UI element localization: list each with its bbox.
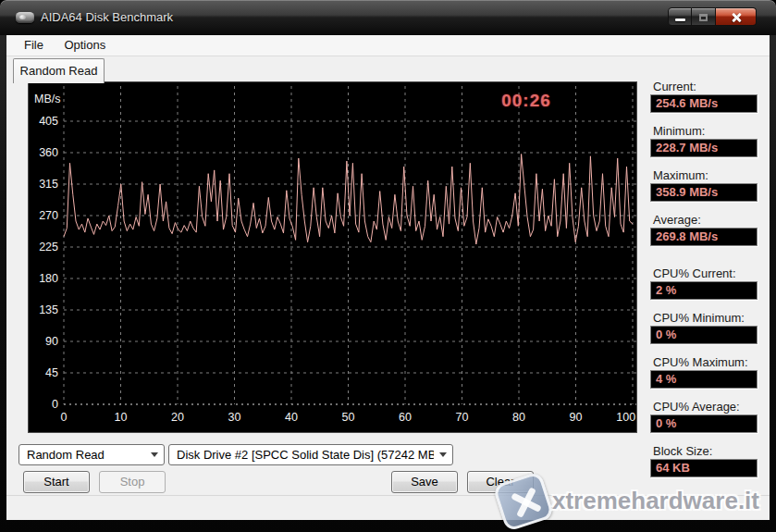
stat-value: 358.9 MB/s — [650, 183, 758, 202]
svg-text:90: 90 — [45, 335, 58, 348]
stat-value: 254.6 MB/s — [650, 94, 758, 113]
svg-text:0: 0 — [61, 411, 68, 424]
window-controls — [668, 7, 757, 26]
svg-text:10: 10 — [115, 411, 128, 424]
svg-text:45: 45 — [45, 366, 58, 379]
stat-label: CPU% Current: — [653, 266, 736, 280]
stat-value: 228.7 MB/s — [650, 139, 758, 157]
stat-value: 0 % — [650, 414, 758, 433]
stat-label: Current: — [653, 80, 696, 93]
drive-select[interactable]: Disk Drive #2 [SPCC Solid State Dis] (57… — [168, 444, 453, 465]
svg-text:50: 50 — [342, 411, 355, 424]
svg-text:135: 135 — [39, 303, 58, 316]
svg-text:0: 0 — [52, 398, 58, 411]
tab-random-read[interactable]: Random Read — [13, 58, 105, 83]
client-area: File Options Random Read 010203040506070… — [6, 35, 770, 520]
stat-value: 64 KB — [650, 459, 758, 477]
stat-value: 269.8 MB/s — [650, 228, 758, 246]
maximize-button[interactable] — [692, 7, 716, 26]
window-title: AIDA64 Disk Benchmark — [41, 10, 173, 24]
stat-label: CPU% Average: — [653, 400, 740, 414]
svg-text:225: 225 — [39, 241, 58, 254]
title-bar: AIDA64 Disk Benchmark — [0, 0, 776, 35]
stat-label: Block Size: — [653, 444, 712, 458]
svg-text:405: 405 — [39, 115, 58, 128]
chevron-down-icon — [434, 452, 452, 457]
svg-text:80: 80 — [512, 411, 525, 424]
chart-canvas: 0102030405060708090100 %0459013518022527… — [29, 82, 638, 434]
benchmark-type-select[interactable]: Random Read — [18, 444, 165, 465]
menu-item-options[interactable]: Options — [55, 35, 114, 55]
svg-text:60: 60 — [399, 411, 412, 424]
svg-text:30: 30 — [228, 411, 241, 424]
drive-select-value: Disk Drive #2 [SPCC Solid State Dis] (57… — [169, 448, 434, 462]
menu-bar: File Options — [6, 35, 770, 56]
save-button[interactable]: Save — [391, 471, 458, 493]
disk-icon — [16, 12, 34, 23]
stat-label: Minimum: — [653, 124, 705, 138]
chevron-down-icon — [145, 452, 164, 457]
maximize-icon — [699, 14, 708, 21]
benchmark-type-value: Random Read — [19, 448, 145, 462]
svg-text:90: 90 — [570, 411, 583, 424]
svg-text:360: 360 — [39, 146, 58, 159]
stat-label: CPU% Minimum: — [653, 311, 745, 325]
svg-text:40: 40 — [285, 411, 298, 424]
app-window: AIDA64 Disk Benchmark File Options Rando… — [0, 0, 776, 532]
benchmark-chart: 0102030405060708090100 %0459013518022527… — [28, 81, 637, 433]
close-button[interactable] — [716, 7, 757, 26]
svg-text:180: 180 — [39, 272, 58, 285]
elapsed-timer: 00:26 — [471, 91, 582, 111]
clear-button[interactable]: Clear — [467, 471, 534, 493]
svg-text:MB/s: MB/s — [34, 93, 60, 105]
stat-value: 4 % — [650, 370, 758, 389]
stat-label: CPU% Maximum: — [653, 355, 748, 369]
start-button[interactable]: Start — [23, 471, 90, 493]
stat-label: Average: — [653, 213, 701, 227]
stat-label: Maximum: — [653, 168, 708, 182]
stat-value: 2 % — [650, 281, 758, 300]
status-bar — [6, 495, 770, 520]
minimize-icon — [675, 19, 685, 21]
svg-text:315: 315 — [39, 178, 58, 191]
close-icon — [731, 12, 742, 23]
minimize-button[interactable] — [668, 7, 692, 26]
svg-text:70: 70 — [456, 411, 469, 424]
stop-button: Stop — [99, 471, 166, 493]
svg-text:270: 270 — [39, 209, 58, 222]
stat-value: 0 % — [650, 326, 758, 344]
menu-item-file[interactable]: File — [16, 35, 52, 55]
svg-text:20: 20 — [171, 411, 184, 424]
svg-text:100 %: 100 % — [616, 411, 638, 424]
